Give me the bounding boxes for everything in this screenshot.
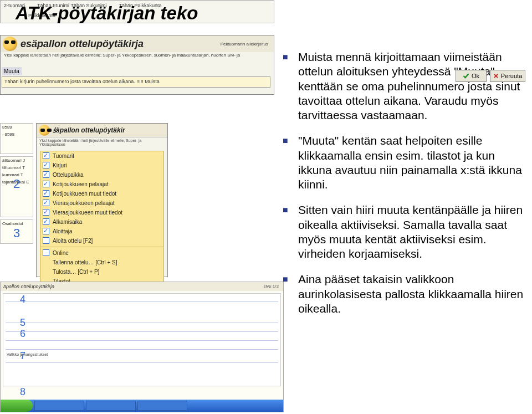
context-menu: Tuomarit Kirjuri Ottelupaikka Kotijoukku…: [40, 151, 164, 296]
marker-5: 5: [20, 317, 25, 329]
cancel-button[interactable]: Peruuta: [490, 70, 525, 82]
muuta-label: Muuta: [2, 67, 22, 75]
sunglasses-ball-icon: [39, 125, 50, 136]
marker-8: 8: [20, 386, 25, 398]
start-button[interactable]: [1, 400, 33, 412]
close-icon: [493, 73, 499, 79]
page-title: ATK-pöytäkirjan teko: [16, 3, 198, 24]
menu-item-aloittaja[interactable]: Aloittaja: [40, 227, 163, 236]
menu-label: Tuomarit: [53, 153, 74, 159]
marker-3: 3: [13, 226, 20, 241]
checkbox-icon: [43, 249, 49, 256]
checkbox-icon: [43, 162, 49, 168]
bullet-item: Muista mennä kirjoittamaan viimeistään o…: [283, 50, 526, 122]
taskbar-button[interactable]: [86, 401, 136, 411]
app-title: ṡäpallon ottelupöytäkir: [53, 126, 125, 134]
checkbox-icon: [43, 218, 49, 225]
checkbox-icon: [43, 190, 49, 197]
checkbox-icon: [43, 228, 49, 234]
checkbox-icon: [43, 209, 49, 216]
menu-item-vieraspelaajat[interactable]: Vierasjoukkueen pelaajat: [40, 198, 163, 208]
bullet-list: Muista mennä kirjoittamaan viimeistään o…: [283, 50, 526, 327]
menu-item-tallenna[interactable]: Tallenna ottelu… [Ctrl + S]: [40, 258, 163, 267]
header-note: Yksi kappale lähetetään heti järjestäväl…: [37, 137, 167, 147]
menu-item-tulosta[interactable]: Tulosta… [Ctrl + P]: [40, 267, 163, 277]
cancel-label: Peruuta: [501, 73, 523, 79]
sunglasses-ball-icon: [3, 37, 17, 51]
app-title: esäpallon ottelupöytäkirja: [21, 38, 144, 50]
scoresheet: Valikko ja vangesitukset: [3, 293, 281, 386]
taskbar-button[interactable]: [34, 401, 84, 411]
menu-item-tuomarit[interactable]: Tuomarit: [40, 151, 163, 161]
menu-label: Ottelupaikka: [53, 172, 84, 178]
menu-label: Tulosta… [Ctrl + P]: [53, 269, 99, 275]
signature-label: Pelituomarin allekirjoitus: [217, 41, 272, 47]
marker-6: 6: [20, 328, 25, 340]
menu-label: Vierasjoukkueen pelaajat: [53, 200, 115, 206]
menu-label: Kotijoukkueen muut tiedot: [53, 191, 116, 197]
checkbox-icon: [43, 152, 49, 159]
marker-2: 2: [13, 177, 20, 191]
check-icon: [463, 73, 469, 79]
muuta-input[interactable]: Tähän kirjurin puhelinnumero josta tavoi…: [2, 76, 270, 88]
checkbox-icon: [43, 200, 49, 206]
menu-item-vierasmuut[interactable]: Vierasjoukkueen muut tiedot: [40, 208, 163, 217]
cell: tilituomari T: [1, 164, 33, 171]
menu-item-online[interactable]: Online: [40, 248, 163, 258]
menu-item-aloita-ottelu[interactable]: Aloita ottelu [F2]: [40, 236, 163, 246]
bullet-item: Aina pääset takaisin valikkoon aurinkola…: [283, 272, 526, 316]
bullet-item: Sitten vain hiiri muuta kentänpäälle ja …: [283, 203, 526, 261]
menu-item-kotipelaajat[interactable]: Kotijoukkueen pelaajat: [40, 180, 163, 189]
page-indicator: sivu 1/3: [263, 284, 279, 289]
menu-label: Alkamisaika: [53, 219, 82, 225]
menu-label: Vierasjoukkueen muut tiedot: [53, 209, 122, 216]
menu-item-kirjuri[interactable]: Kirjuri: [40, 161, 163, 170]
menu-label: Kotijoukkueen pelaajat: [53, 181, 109, 187]
desktop-preview: äpallon ottelupöytäkirja sivu 1/3 Valikk…: [0, 282, 284, 412]
section-label: Valikko ja vangesitukset: [7, 352, 48, 356]
marker-4: 4: [20, 294, 25, 305]
window-title: äpallon ottelupöytäkirja: [1, 282, 283, 291]
menu-item-ottelupaikka[interactable]: Ottelupaikka: [40, 170, 163, 180]
sidepanel-1: 8589 –8598: [0, 123, 33, 154]
marker-7: 7: [20, 350, 25, 362]
menu-item-alkamisaika[interactable]: Alkamisaika: [40, 217, 163, 227]
dialog-muuta: esäpallon ottelupöytäkirja Pelituomarin …: [0, 35, 274, 95]
menu-label: Aloittaja: [53, 228, 73, 234]
ok-label: Ok: [472, 73, 479, 79]
header-note: Yksi kappale lähetetään heti järjestäväl…: [1, 52, 274, 58]
menu-label: Tallenna ottelu… [Ctrl + S]: [53, 259, 117, 265]
menu-separator: [40, 247, 163, 247]
ok-button[interactable]: Ok: [456, 70, 487, 82]
taskbar: [1, 400, 284, 412]
checkbox-icon: [43, 181, 49, 187]
bullet-item: "Muuta" kentän saat helpoiten esille kli…: [283, 134, 526, 192]
cell: 8589: [1, 124, 33, 131]
menu-label: Aloita ottelu [F2]: [53, 238, 93, 244]
cell: älituomari J: [1, 157, 33, 164]
menu-label: Online: [53, 250, 69, 256]
menu-item-kotimuut[interactable]: Kotijoukkueen muut tiedot: [40, 189, 163, 198]
context-menu-window: ṡäpallon ottelupöytäkir Yksi kappale läh…: [36, 123, 168, 277]
menu-label: Kirjuri: [53, 162, 67, 168]
cell: –8598: [1, 131, 33, 138]
taskbar-button[interactable]: [137, 401, 187, 411]
checkbox-icon: [43, 171, 49, 178]
checkbox-icon: [43, 237, 49, 244]
